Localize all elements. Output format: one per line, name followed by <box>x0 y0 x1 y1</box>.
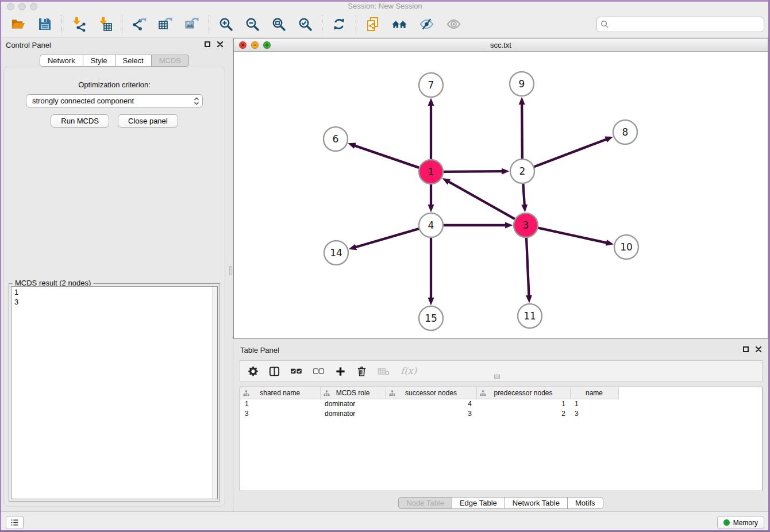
graph-edge-1-6[interactable] <box>355 145 419 168</box>
graph-edge-2-3[interactable] <box>523 184 524 205</box>
table-cell[interactable]: 2 <box>476 408 570 418</box>
import-table-from-file-icon[interactable] <box>97 16 114 33</box>
mcds-result-scrollbar[interactable] <box>212 287 217 499</box>
close-table-panel-icon[interactable] <box>756 346 761 352</box>
graph-node-7[interactable]: 7 <box>419 73 443 97</box>
clone-network-icon[interactable] <box>364 16 382 33</box>
panel-splitter[interactable] <box>229 37 233 511</box>
tab-network[interactable]: Network <box>40 55 83 67</box>
search-icon <box>600 20 609 31</box>
table-row[interactable]: 1dominator411 <box>240 399 762 408</box>
table-cell[interactable]: 3 <box>570 408 618 418</box>
first-neighbors-icon[interactable] <box>391 16 409 33</box>
clear-checkboxes-icon[interactable] <box>313 368 325 375</box>
node-table-header-row: shared nameMCDS rolesuccessor nodesprede… <box>240 387 762 399</box>
settings-icon[interactable] <box>248 366 259 377</box>
table-cell[interactable]: 1 <box>240 399 320 408</box>
task-history-button[interactable] <box>6 516 24 529</box>
svg-text:7: 7 <box>428 79 434 91</box>
graph-edge-2-8[interactable] <box>534 139 607 167</box>
refresh-view-icon[interactable] <box>330 16 348 33</box>
graph-node-10[interactable]: 10 <box>614 235 638 259</box>
panel-splitter-handle[interactable] <box>229 266 232 275</box>
select-all-checkboxes-icon[interactable] <box>290 368 302 375</box>
zoom-out-icon[interactable] <box>244 16 261 33</box>
graph-edge-2-9[interactable] <box>522 104 522 159</box>
zoom-selected-icon[interactable] <box>297 16 314 33</box>
graph-node-4[interactable]: 4 <box>419 213 443 237</box>
network-window-titlebar[interactable]: scc.txt <box>234 38 768 52</box>
export-image-icon[interactable] <box>183 16 201 33</box>
tab-network-table[interactable]: Network Table <box>505 497 568 509</box>
table-cell[interactable]: dominator <box>320 399 386 408</box>
graph-node-14[interactable]: 14 <box>324 241 348 265</box>
graph-node-2[interactable]: 2 <box>510 159 534 183</box>
graph-edge-1-2[interactable] <box>444 171 502 172</box>
close-panel-icon[interactable] <box>217 41 223 47</box>
table-cell[interactable]: 1 <box>570 399 618 408</box>
search-input[interactable] <box>612 18 760 31</box>
table-row[interactable]: 3dominator323 <box>240 408 762 418</box>
tab-mcds[interactable]: MCDS <box>152 55 189 67</box>
svg-text:9: 9 <box>519 78 525 90</box>
graph-node-9[interactable]: 9 <box>510 72 534 96</box>
network-window-title: scc.txt <box>234 41 768 49</box>
graph-edge-3-10[interactable] <box>538 228 607 243</box>
frame-resize-grip[interactable] <box>494 375 500 379</box>
delete-icon[interactable] <box>356 365 367 377</box>
table-cell[interactable]: 3 <box>386 408 476 418</box>
table-cell-filler <box>618 408 762 418</box>
export-table-icon[interactable] <box>157 16 174 33</box>
graph-node-11[interactable]: 11 <box>518 304 542 328</box>
column-header-name[interactable]: name <box>570 387 618 399</box>
tab-node-table[interactable]: Node Table <box>398 497 452 509</box>
float-table-panel-icon[interactable] <box>743 346 749 352</box>
graph-edge-4-14[interactable] <box>356 229 419 247</box>
table-cell[interactable]: 3 <box>240 408 320 418</box>
tab-style[interactable]: Style <box>83 55 116 67</box>
open-session-icon[interactable] <box>9 16 27 33</box>
control-panel-title: Control Panel <box>6 41 51 49</box>
svg-text:3: 3 <box>523 219 529 231</box>
control-panel-tabs: NetworkStyleSelectMCDS <box>0 55 229 67</box>
graph-node-15[interactable]: 15 <box>419 306 443 330</box>
table-cell[interactable]: 4 <box>386 399 476 408</box>
table-panel-tabs: Node TableEdge TableNetwork TableMotifs <box>233 497 768 509</box>
svg-text:11: 11 <box>523 310 536 322</box>
graph-node-3[interactable]: 3 <box>514 213 538 237</box>
memory-button[interactable]: Memory <box>717 516 764 529</box>
graph-edge-3-1[interactable] <box>449 182 515 219</box>
table-cell[interactable]: 1 <box>476 399 570 408</box>
close-panel-button[interactable]: Close panel <box>118 114 178 128</box>
table-panel-header: Table Panel <box>233 342 768 357</box>
export-network-icon[interactable] <box>130 16 148 33</box>
hide-selected-icon[interactable] <box>418 16 436 33</box>
graph-node-1[interactable]: 1 <box>419 160 443 184</box>
network-canvas[interactable]: 7968124314101511 <box>234 52 768 338</box>
table-panel-title: Table Panel <box>240 346 279 354</box>
tab-select[interactable]: Select <box>116 55 152 67</box>
tab-edge-table[interactable]: Edge Table <box>452 497 505 509</box>
split-panel-icon[interactable] <box>269 366 280 377</box>
graph-node-8[interactable]: 8 <box>613 120 637 144</box>
zoom-in-icon[interactable] <box>217 16 234 33</box>
run-mcds-button[interactable]: Run MCDS <box>51 114 109 128</box>
zoom-fit-icon[interactable] <box>270 16 287 33</box>
column-header-mcds-role[interactable]: MCDS role <box>320 387 386 399</box>
graph-node-6[interactable]: 6 <box>324 127 348 151</box>
optimization-criterion-select[interactable]: strongly connected component <box>26 94 203 107</box>
table-cell[interactable]: dominator <box>320 408 386 418</box>
column-header-shared-name[interactable]: shared name <box>240 387 320 399</box>
tab-motifs[interactable]: Motifs <box>568 497 603 509</box>
function-builder-icon: f(x) <box>400 366 419 377</box>
graph-edge-3-11[interactable] <box>526 238 529 296</box>
import-network-from-file-icon[interactable] <box>70 16 87 33</box>
float-panel-icon[interactable] <box>205 41 210 47</box>
column-header-successor-nodes[interactable]: successor nodes <box>386 387 476 399</box>
save-session-icon[interactable] <box>36 16 53 33</box>
table-panel: Table Panel f(x) shared nameMCDS rolesuc… <box>233 342 768 511</box>
add-icon[interactable] <box>335 366 346 377</box>
mcds-result-group: MCDS result (2 nodes) 1 3 <box>9 283 220 502</box>
column-header-predecessor-nodes[interactable]: predecessor nodes <box>476 387 570 399</box>
toolbar-separator <box>61 15 62 33</box>
